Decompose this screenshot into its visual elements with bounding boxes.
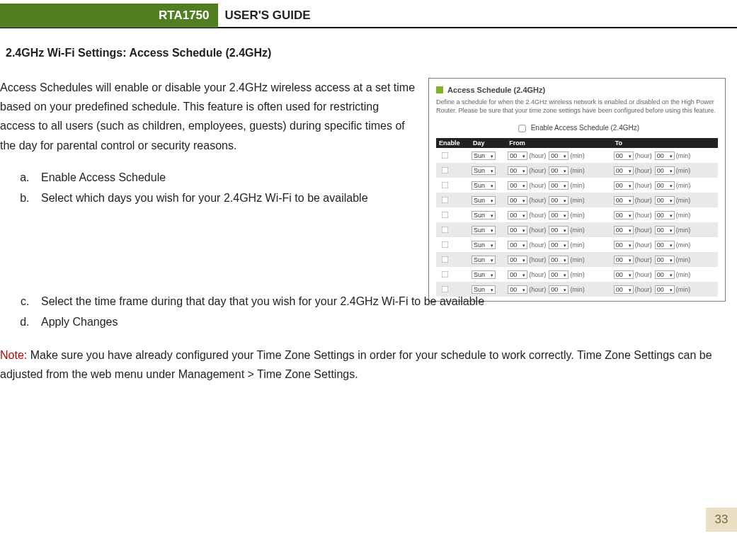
row-enable-checkbox[interactable] — [442, 197, 449, 204]
from-hour-select[interactable]: 00 — [508, 256, 527, 264]
from-min-select[interactable]: 00 — [549, 256, 569, 264]
hour-label: (hour) — [529, 286, 546, 293]
to-min-select[interactable]: 00 — [655, 226, 675, 234]
col-from: From — [506, 138, 612, 148]
hour-label: (hour) — [529, 152, 546, 159]
to-hour-select[interactable]: 00 — [614, 226, 634, 234]
schedule-table: Enable Day From To Sun00(hour)00(min)00(… — [436, 138, 718, 297]
to-hour-select[interactable]: 00 — [614, 181, 634, 190]
min-label: (min) — [676, 167, 691, 174]
col-to: To — [612, 138, 718, 148]
day-select[interactable]: Sun — [472, 241, 496, 249]
to-min-select[interactable]: 00 — [655, 241, 675, 249]
from-hour-select[interactable]: 00 — [508, 181, 527, 190]
enable-schedule-label: Enable Access Schedule (2.4GHz) — [531, 125, 639, 132]
to-min-select[interactable]: 00 — [655, 211, 675, 219]
row-enable-checkbox[interactable] — [442, 182, 449, 189]
row-enable-checkbox[interactable] — [442, 212, 449, 219]
from-min-select[interactable]: 00 — [549, 196, 569, 205]
min-label: (min) — [570, 241, 585, 248]
from-hour-select[interactable]: 00 — [508, 226, 527, 234]
hour-label: (hour) — [529, 227, 546, 234]
guide-title: USER'S GUIDE — [218, 8, 311, 23]
min-label: (min) — [676, 182, 691, 189]
hour-label: (hour) — [529, 182, 546, 189]
header-bar: RTA1750 USER'S GUIDE — [0, 4, 737, 28]
min-label: (min) — [570, 212, 585, 219]
to-hour-select[interactable]: 00 — [614, 270, 634, 279]
to-min-select[interactable]: 00 — [655, 285, 675, 294]
hour-label: (hour) — [635, 286, 652, 293]
row-enable-checkbox[interactable] — [442, 241, 449, 248]
min-label: (min) — [676, 152, 691, 159]
from-min-select[interactable]: 00 — [549, 181, 569, 190]
row-enable-checkbox[interactable] — [442, 152, 449, 159]
min-label: (min) — [570, 167, 585, 174]
min-label: (min) — [676, 256, 691, 263]
day-select[interactable]: Sun — [472, 285, 496, 294]
min-label: (min) — [676, 271, 691, 278]
body-row: Access Schedules will enable or disable … — [0, 78, 737, 302]
day-select[interactable]: Sun — [472, 152, 496, 160]
row-enable-checkbox[interactable] — [442, 286, 449, 293]
day-select[interactable]: Sun — [472, 166, 496, 175]
min-label: (min) — [570, 152, 585, 159]
figure-title-row: Access Schedule (2.4GHz) — [436, 86, 718, 94]
to-hour-select[interactable]: 00 — [614, 152, 634, 160]
from-hour-select[interactable]: 00 — [508, 241, 527, 249]
from-min-select[interactable]: 00 — [549, 241, 569, 249]
min-label: (min) — [570, 227, 585, 234]
table-row: Sun00(hour)00(min)00(hour)00(min) — [436, 163, 718, 178]
hour-label: (hour) — [529, 241, 546, 248]
to-min-select[interactable]: 00 — [655, 256, 675, 264]
figure-title: Access Schedule (2.4GHz) — [447, 86, 545, 94]
day-select[interactable]: Sun — [472, 211, 496, 219]
from-hour-select[interactable]: 00 — [508, 211, 527, 219]
to-hour-select[interactable]: 00 — [614, 211, 634, 219]
page-content: 2.4GHz Wi-Fi Settings: Access Schedule (… — [0, 47, 737, 384]
to-hour-select[interactable]: 00 — [614, 241, 634, 249]
to-min-select[interactable]: 00 — [655, 166, 675, 175]
from-hour-select[interactable]: 00 — [508, 152, 527, 160]
table-row: Sun00(hour)00(min)00(hour)00(min) — [436, 178, 718, 193]
from-hour-select[interactable]: 00 — [508, 270, 527, 279]
day-select[interactable]: Sun — [472, 226, 496, 234]
day-select[interactable]: Sun — [472, 196, 496, 205]
to-min-select[interactable]: 00 — [655, 152, 675, 160]
from-min-select[interactable]: 00 — [549, 270, 569, 279]
from-min-select[interactable]: 00 — [549, 152, 569, 160]
to-min-select[interactable]: 00 — [655, 196, 675, 205]
col-enable: Enable — [436, 138, 470, 148]
to-min-select[interactable]: 00 — [655, 181, 675, 190]
hour-label: (hour) — [529, 212, 546, 219]
hour-label: (hour) — [635, 167, 652, 174]
doc-header: RTA1750 USER'S GUIDE — [0, 4, 737, 28]
row-enable-checkbox[interactable] — [442, 167, 449, 174]
to-hour-select[interactable]: 00 — [614, 196, 634, 205]
min-label: (min) — [676, 212, 691, 219]
to-hour-select[interactable]: 00 — [614, 166, 634, 175]
row-enable-checkbox[interactable] — [442, 271, 449, 278]
hour-label: (hour) — [529, 271, 546, 278]
from-hour-select[interactable]: 00 — [508, 285, 527, 294]
product-name: RTA1750 — [154, 4, 218, 28]
table-row: Sun00(hour)00(min)00(hour)00(min) — [436, 252, 718, 267]
from-hour-select[interactable]: 00 — [508, 196, 527, 205]
section-title: 2.4GHz Wi-Fi Settings: Access Schedule (… — [6, 47, 737, 59]
min-label: (min) — [570, 182, 585, 189]
to-hour-select[interactable]: 00 — [614, 285, 634, 294]
to-hour-select[interactable]: 00 — [614, 256, 634, 264]
from-min-select[interactable]: 00 — [549, 285, 569, 294]
day-select[interactable]: Sun — [472, 270, 496, 279]
to-min-select[interactable]: 00 — [655, 270, 675, 279]
min-label: (min) — [676, 227, 691, 234]
from-min-select[interactable]: 00 — [549, 166, 569, 175]
enable-schedule-checkbox[interactable] — [518, 125, 525, 132]
from-hour-select[interactable]: 00 — [508, 166, 527, 175]
from-min-select[interactable]: 00 — [549, 226, 569, 234]
row-enable-checkbox[interactable] — [442, 256, 449, 263]
day-select[interactable]: Sun — [472, 256, 496, 264]
from-min-select[interactable]: 00 — [549, 211, 569, 219]
row-enable-checkbox[interactable] — [442, 227, 449, 234]
day-select[interactable]: Sun — [472, 181, 496, 190]
